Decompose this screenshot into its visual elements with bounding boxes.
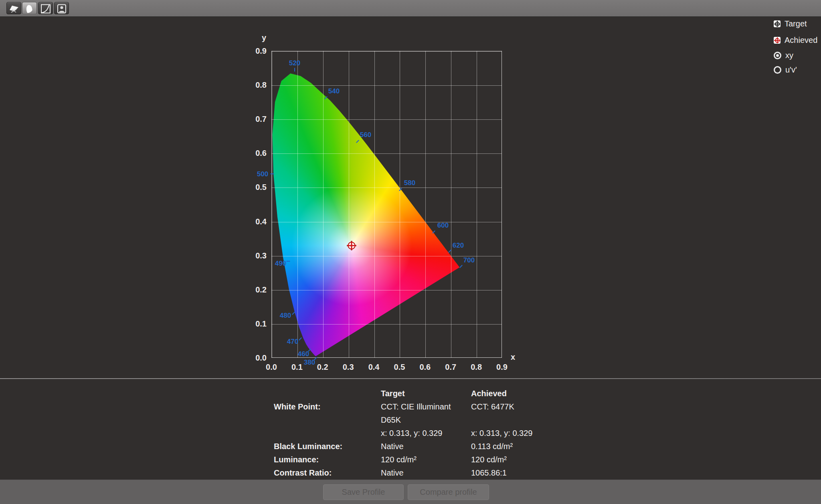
wavelength-tick: [294, 68, 295, 72]
wavelength-label-580: 580: [404, 179, 415, 187]
save-profile-button[interactable]: Save Profile: [323, 484, 404, 500]
gamut-view-button[interactable]: [22, 2, 37, 14]
y-tick-label: 0.2: [255, 285, 267, 294]
x-tick-label: 0.6: [419, 363, 431, 372]
contrast-ratio-label: Contrast Ratio:: [274, 466, 381, 480]
wavelength-label-470: 470: [287, 338, 298, 346]
table-corner-cell: [274, 387, 381, 400]
wavelength-label-500: 500: [257, 170, 268, 178]
x-tick-label: 0.5: [394, 363, 405, 372]
wavelength-label-620: 620: [453, 242, 464, 250]
xy-radio-label: xy: [785, 51, 793, 60]
wavelength-tick: [448, 250, 451, 253]
white-point-label: White Point:: [274, 400, 381, 427]
legend-achieved-label: Achieved: [785, 36, 817, 45]
contrast-ratio-target: Native: [381, 466, 471, 480]
gamut-icon: [22, 4, 36, 14]
section-divider: [0, 378, 821, 379]
gamut-locus: [271, 51, 502, 358]
gamma-curve-icon: [38, 4, 53, 14]
y-axis-title: y: [262, 33, 266, 42]
black-luminance-target: Native: [381, 440, 471, 453]
wavelength-label-600: 600: [437, 222, 449, 230]
wavelength-tick: [299, 337, 302, 341]
achieved-column-header: Achieved: [471, 387, 603, 400]
display-view-button[interactable]: [6, 2, 21, 14]
contrast-ratio-achieved: 1065.86:1: [471, 466, 603, 480]
black-luminance-label: Black Luminance:: [274, 440, 381, 453]
luminance-label: Luminance:: [274, 453, 381, 466]
x-tick-label: 0.7: [445, 363, 456, 372]
display-icon: [7, 4, 21, 14]
y-tick-label: 0.3: [255, 251, 267, 260]
black-luminance-achieved: 0.113 cd/m²: [471, 440, 603, 453]
x-tick-label: 0.1: [291, 363, 303, 372]
toolbar: [0, 0, 821, 17]
x-tick-label: 0.0: [266, 363, 277, 372]
xy-radio-row: xy: [774, 51, 793, 60]
wavelength-tick: [292, 312, 295, 315]
wavelength-tick: [271, 173, 274, 174]
x-tick-label: 0.2: [317, 363, 328, 372]
luminance-achieved: 120 cd/m²: [471, 453, 603, 466]
achieved-marker-icon: [774, 37, 781, 44]
wavelength-tick: [459, 265, 463, 268]
target-marker-icon: [774, 20, 781, 27]
footer-bar: Save Profile Compare profile: [0, 480, 821, 504]
x-tick-label: 0.3: [343, 363, 354, 372]
wavelength-label-490: 490: [275, 260, 286, 268]
legend-target-row: Target: [774, 19, 807, 28]
target-column-header: Target: [381, 387, 471, 400]
uv-radio-button[interactable]: [774, 66, 781, 74]
legend-achieved-row: Achieved: [774, 36, 817, 45]
wavelength-label-460: 460: [298, 350, 309, 358]
x-tick-label: 0.9: [496, 363, 508, 372]
compare-profile-button[interactable]: Compare profile: [408, 484, 489, 500]
profile-icon: [55, 4, 69, 14]
wavelength-label-560: 560: [360, 131, 371, 139]
uv-radio-label: u'v': [785, 65, 797, 75]
gamma-curve-view-button[interactable]: [38, 2, 53, 14]
white-point-label-cont: [274, 427, 381, 440]
y-tick-label: 0.0: [255, 353, 267, 363]
y-tick-label: 0.1: [255, 319, 267, 328]
y-tick-label: 0.6: [255, 149, 267, 158]
x-tick-label: 0.4: [368, 363, 380, 372]
white-point-target-xy: x: 0.313, y: 0.329: [381, 427, 471, 440]
white-point-achieved-xy: x: 0.313, y: 0.329: [471, 427, 603, 440]
uv-radio-row: u'v': [774, 65, 797, 75]
luminance-target: 120 cd/m²: [381, 453, 471, 466]
chart-legend: Target Achieved xy u'v': [774, 17, 821, 81]
profile-view-button[interactable]: [54, 2, 69, 14]
wavelength-tick: [432, 230, 435, 234]
achieved-white-point-marker: [348, 242, 355, 249]
y-tick-label: 0.4: [255, 217, 267, 226]
y-tick-label: 0.8: [255, 81, 267, 90]
wavelength-tick: [287, 261, 290, 262]
x-tick-label: 0.8: [471, 363, 482, 372]
x-axis-title: x: [511, 353, 515, 362]
wavelength-label-380: 380: [304, 359, 315, 367]
wavelength-label-700: 700: [463, 256, 475, 264]
wavelength-label-540: 540: [328, 87, 340, 95]
wavelength-label-480: 480: [280, 312, 291, 320]
wavelength-label-520: 520: [289, 59, 300, 67]
xy-radio-button[interactable]: [774, 52, 781, 59]
chromaticity-chart: y x 0.00.10.20.30.40.50.60.70.80.9 0.00.…: [271, 51, 502, 358]
white-point-target-cct: CCT: CIE Illuminant D65K: [381, 400, 471, 427]
legend-target-label: Target: [785, 19, 807, 28]
results-table: Target Achieved White Point: CCT: CIE Il…: [274, 387, 603, 480]
y-tick-label: 0.5: [255, 183, 267, 192]
white-point-achieved-cct: CCT: 6477K: [471, 400, 603, 427]
y-tick-label: 0.9: [255, 46, 267, 56]
wavelength-tick: [314, 357, 317, 360]
y-tick-label: 0.7: [255, 115, 267, 124]
